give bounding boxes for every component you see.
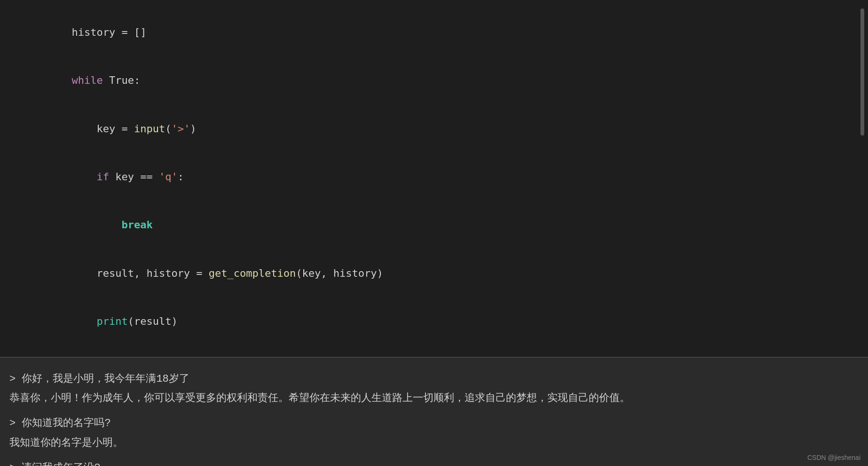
prompt-text-2: > 你知道我的名字吗?: [9, 418, 111, 429]
main-container: history = [] while True: key = input('>'…: [0, 0, 868, 466]
response-text-2: 我知道你的名字是小明。: [9, 437, 123, 449]
response-line-1: 恭喜你，小明！作为成年人，你可以享受更多的权利和责任。希望你在未来的人生道路上一…: [9, 390, 859, 407]
watermark: CSDN @jieshenai: [807, 454, 860, 461]
conversation-block-2: > 你知道我的名字吗? 我知道你的名字是小明。: [9, 415, 859, 451]
code-line-6: result, history = get_completion(key, hi…: [9, 249, 859, 297]
code-block: history = [] while True: key = input('>'…: [9, 8, 859, 345]
code-line-4: if key == 'q':: [9, 153, 859, 201]
code-line-3: key = input('>'): [9, 105, 859, 153]
code-line-5: break: [9, 201, 859, 249]
prompt-line-2: > 你知道我的名字吗?: [9, 415, 859, 432]
prompt-text-1: > 你好，我是小明，我今年年满18岁了: [9, 373, 189, 385]
conversation-block-3: > 请问我成年了没? 恭喜你，小明！根据你提供的信息，你已经成年了。: [9, 460, 859, 466]
prompt-text-3: > 请问我成年了没?: [9, 462, 101, 466]
code-line-2: while True:: [9, 56, 859, 104]
response-text-1: 恭喜你，小明！作为成年人，你可以享受更多的权利和责任。希望你在未来的人生道路上一…: [9, 393, 630, 404]
code-section: history = [] while True: key = input('>'…: [0, 0, 868, 358]
conversation-block-1: > 你好，我是小明，我今年年满18岁了 恭喜你，小明！作为成年人，你可以享受更多…: [9, 371, 859, 407]
code-line-1: history = []: [9, 8, 859, 56]
output-section: > 你好，我是小明，我今年年满18岁了 恭喜你，小明！作为成年人，你可以享受更多…: [0, 358, 868, 466]
prompt-line-3: > 请问我成年了没?: [9, 460, 859, 466]
response-line-2: 我知道你的名字是小明。: [9, 435, 859, 451]
code-line-7: print(result): [9, 297, 859, 345]
prompt-line-1: > 你好，我是小明，我今年年满18岁了: [9, 371, 859, 387]
scrollbar[interactable]: [860, 8, 864, 136]
